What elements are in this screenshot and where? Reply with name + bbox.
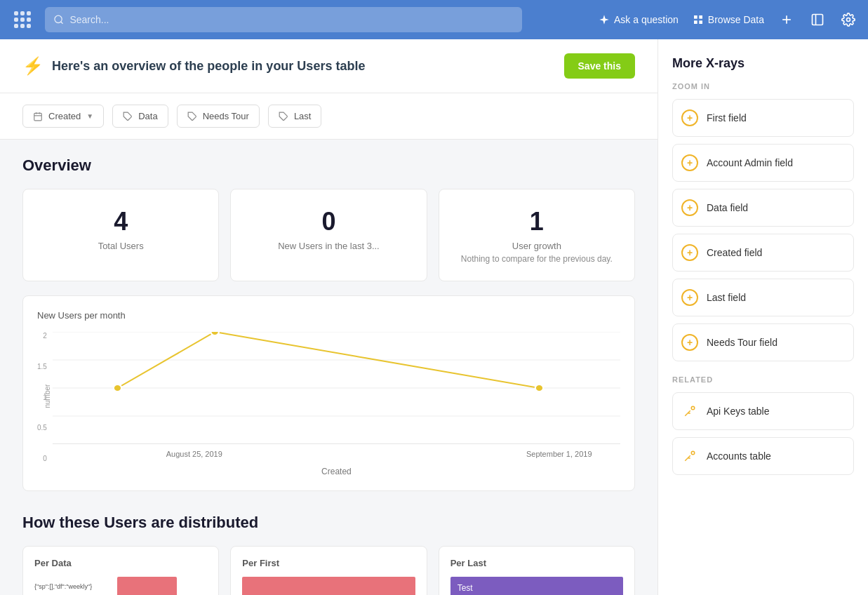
lightning-icon: ⚡ bbox=[22, 56, 44, 76]
filter-label-last: Last bbox=[294, 111, 312, 121]
overview-title: Overview bbox=[22, 156, 635, 175]
zoom-in-icon-data bbox=[681, 199, 698, 216]
topnav-actions: Ask a question Browse Data bbox=[599, 11, 857, 28]
sparkle-icon bbox=[599, 14, 610, 25]
xray-item-needs-tour-field[interactable]: Needs Tour field bbox=[672, 323, 854, 361]
y-tick-1-5: 1.5 bbox=[37, 363, 47, 370]
filter-chip-created[interactable]: Created ▼ bbox=[22, 105, 104, 128]
svg-rect-3 bbox=[699, 15, 702, 19]
user-growth-label: User growth bbox=[453, 241, 620, 251]
dist-bar-test: Test bbox=[450, 577, 623, 595]
svg-rect-4 bbox=[694, 20, 697, 24]
zoom-in-icon-account-admin bbox=[681, 154, 698, 171]
topnav: Ask a question Browse Data bbox=[0, 0, 868, 39]
related-item-accounts-table[interactable]: Accounts table bbox=[672, 437, 854, 475]
main-layout: ⚡ Here's an overview of the people in yo… bbox=[0, 39, 868, 595]
dist-per-first-title: Per First bbox=[242, 558, 415, 568]
xray-label-needs-tour-field: Needs Tour field bbox=[707, 337, 777, 348]
main-content: Overview 4 Total Users 0 New Users in th… bbox=[0, 140, 657, 595]
svg-line-1 bbox=[61, 22, 63, 24]
related-label-accounts-table: Accounts table bbox=[707, 450, 771, 462]
new-users-label: New Users in the last 3... bbox=[245, 241, 412, 251]
dist-card-per-last: Per Last Test Carrasco bbox=[439, 546, 635, 595]
stat-card-user-growth: 1 User growth Nothing to compare for the… bbox=[439, 189, 635, 281]
xray-label-account-admin-field: Account Admin field bbox=[707, 157, 793, 168]
chart-container: New Users per month 2 1.5 1 0.5 0 number bbox=[22, 295, 635, 491]
content-area: ⚡ Here's an overview of the people in yo… bbox=[0, 39, 657, 595]
dist-bar-row-1: {"sp":[],"df":"weekly"} bbox=[34, 577, 207, 595]
xray-item-last-field[interactable]: Last field bbox=[672, 279, 854, 316]
svg-point-24 bbox=[211, 332, 219, 335]
svg-rect-2 bbox=[694, 15, 697, 19]
line-chart bbox=[53, 332, 620, 444]
chart-title: New Users per month bbox=[37, 310, 620, 321]
filter-bar: Created ▼ Data Needs Tour Last bbox=[0, 93, 657, 140]
distribution-cards: Per Data {"sp":[],"df":"weekly"} ops"],"… bbox=[22, 546, 635, 595]
dist-bar-first-alvaro: Alvaro bbox=[242, 577, 415, 595]
svg-point-29 bbox=[691, 451, 695, 455]
related-label: RELATED bbox=[672, 375, 854, 384]
filter-chip-data[interactable]: Data bbox=[112, 105, 168, 128]
dist-card-per-data: Per Data {"sp":[],"df":"weekly"} ops"],"… bbox=[22, 546, 219, 595]
dist-last-bars: Test Carrasco bbox=[450, 577, 623, 595]
xray-label-first-field: First field bbox=[707, 112, 747, 123]
user-growth-subtext: Nothing to compare for the previous day. bbox=[453, 254, 620, 264]
svg-point-26 bbox=[691, 406, 695, 410]
dist-card-per-first: Per First Alvaro bbox=[230, 546, 427, 595]
xray-item-account-admin-field[interactable]: Account Admin field bbox=[672, 144, 854, 182]
zoom-in-label: ZOOM IN bbox=[672, 82, 854, 91]
stat-card-total-users: 4 Total Users bbox=[22, 189, 219, 281]
save-button[interactable]: Save this bbox=[564, 53, 635, 79]
xray-label-last-field: Last field bbox=[707, 292, 746, 303]
tag-icon-last bbox=[279, 112, 288, 121]
svg-rect-8 bbox=[813, 15, 823, 25]
settings-icon[interactable] bbox=[840, 11, 857, 28]
stat-cards: 4 Total Users 0 New Users in the last 3.… bbox=[22, 189, 635, 281]
related-item-api-keys[interactable]: Api Keys table bbox=[672, 392, 854, 430]
svg-rect-5 bbox=[699, 20, 702, 24]
zoom-in-icon-first bbox=[681, 109, 698, 126]
filter-chip-last[interactable]: Last bbox=[268, 105, 322, 128]
user-growth-number: 1 bbox=[453, 206, 620, 236]
x-tick-sep1: September 1, 2019 bbox=[526, 450, 592, 458]
xray-item-created-field[interactable]: Created field bbox=[672, 234, 854, 272]
dist-label-data-1: {"sp":[],"df":"weekly"} bbox=[34, 583, 112, 590]
browse-data-button[interactable]: Browse Data bbox=[693, 14, 764, 25]
right-sidebar: More X-rays ZOOM IN First field Account … bbox=[657, 39, 868, 595]
distribution-title: How these Users are distributed bbox=[22, 514, 635, 532]
zoom-in-icon-created bbox=[681, 244, 698, 261]
new-users-number: 0 bbox=[245, 206, 412, 236]
search-input[interactable] bbox=[69, 14, 514, 25]
y-tick-2: 2 bbox=[43, 332, 47, 340]
filter-chip-needs-tour[interactable]: Needs Tour bbox=[177, 105, 260, 128]
logo[interactable] bbox=[11, 8, 34, 31]
related-icon-api-keys bbox=[681, 403, 698, 420]
tag-icon-data bbox=[123, 112, 133, 121]
dist-per-data-title: Per Data bbox=[34, 558, 207, 568]
svg-point-23 bbox=[114, 385, 122, 392]
xray-label-created-field: Created field bbox=[707, 247, 762, 258]
svg-rect-11 bbox=[34, 113, 42, 121]
svg-point-25 bbox=[535, 385, 544, 392]
zoom-in-icon-needs-tour bbox=[681, 334, 698, 351]
xray-item-first-field[interactable]: First field bbox=[672, 99, 854, 137]
stat-card-new-users: 0 New Users in the last 3... bbox=[230, 189, 427, 281]
y-tick-0-5: 0.5 bbox=[37, 424, 47, 432]
ask-question-button[interactable]: Ask a question bbox=[599, 14, 679, 25]
total-users-label: Total Users bbox=[37, 241, 204, 251]
filter-label-needs-tour: Needs Tour bbox=[203, 111, 249, 121]
dist-label-test: Test bbox=[458, 583, 473, 593]
add-icon[interactable] bbox=[778, 11, 795, 28]
svg-point-10 bbox=[847, 18, 850, 22]
bookmark-icon[interactable] bbox=[809, 11, 826, 28]
search-bar[interactable] bbox=[45, 7, 522, 32]
dist-per-last-title: Per Last bbox=[450, 558, 623, 568]
page-title: Here's an overview of the people in your… bbox=[52, 59, 564, 74]
xray-item-data-field[interactable]: Data field bbox=[672, 189, 854, 227]
calendar-icon bbox=[33, 112, 43, 121]
related-label-api-keys: Api Keys table bbox=[707, 406, 770, 417]
zoom-in-icon-last bbox=[681, 289, 698, 306]
svg-point-0 bbox=[55, 15, 62, 22]
tag-icon-needs-tour bbox=[187, 112, 197, 121]
dist-bar-row-alvaro: Alvaro bbox=[242, 577, 415, 595]
